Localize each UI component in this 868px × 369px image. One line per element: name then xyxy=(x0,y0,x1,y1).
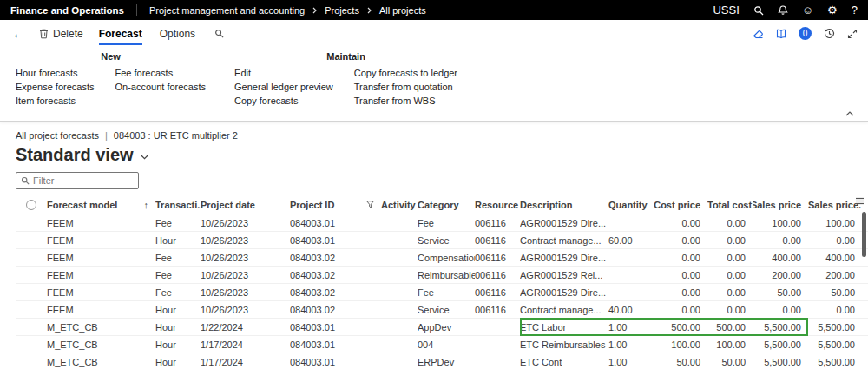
filter-box[interactable] xyxy=(16,172,139,189)
tab-forecast[interactable]: Forecast xyxy=(99,20,142,47)
breadcrumb-item[interactable]: Projects xyxy=(325,5,359,16)
select-all-cell[interactable] xyxy=(16,195,47,214)
column-header-description[interactable]: Description xyxy=(520,200,608,210)
column-header-label: Activity ... xyxy=(381,200,418,210)
cell-category: Reimbursables xyxy=(418,270,475,280)
cell-transaction: Fee xyxy=(155,270,201,280)
ribbon-button-general-ledger-preview[interactable]: General ledger preview xyxy=(234,81,333,93)
ribbon-button-on-account-forecasts[interactable]: On-account forecasts xyxy=(115,81,207,93)
table-row[interactable]: FEEMFee10/26/2023084003.01Fee006116AGR00… xyxy=(16,214,868,232)
column-header-forecast-model[interactable]: Forecast model↑ xyxy=(47,200,155,210)
ribbon-panel: NewHour forecastsExpense forecastsItem f… xyxy=(0,47,868,122)
filter-input[interactable] xyxy=(33,175,134,186)
row-select-cell[interactable] xyxy=(16,301,47,318)
column-header-quantity[interactable]: Quantity xyxy=(608,200,654,210)
ribbon-button-expense-forecasts[interactable]: Expense forecasts xyxy=(16,81,95,93)
cell-sales-price-2: 0.00 xyxy=(808,235,862,246)
cell-sales-price: 0.00 xyxy=(753,235,808,246)
company-picker[interactable]: USSI xyxy=(713,4,739,16)
ribbon-button-hour-forecasts[interactable]: Hour forecasts xyxy=(16,67,95,79)
column-header-sales-price-2[interactable]: Sales price. xyxy=(808,200,862,210)
ribbon-button-copy-forecasts[interactable]: Copy forecasts xyxy=(234,95,333,107)
history-clock-icon[interactable] xyxy=(824,28,835,39)
cell-quantity: 1.00 xyxy=(608,322,654,333)
filter-funnel-icon[interactable] xyxy=(366,201,374,208)
row-select-cell[interactable] xyxy=(16,214,47,231)
view-title-label[interactable]: Standard view xyxy=(16,145,134,165)
ribbon-button-item-forecasts[interactable]: Item forecasts xyxy=(16,95,95,107)
column-header-category[interactable]: Category xyxy=(418,200,475,210)
column-header-resource[interactable]: Resource xyxy=(475,200,520,210)
column-header-activity[interactable]: Activity ... xyxy=(381,200,418,210)
search-icon[interactable] xyxy=(214,29,224,38)
record-header-separator: | xyxy=(105,130,108,141)
book-icon[interactable] xyxy=(776,29,786,39)
chevron-down-icon[interactable] xyxy=(140,154,149,160)
cell-project-date: 1/17/2024 xyxy=(201,339,290,350)
cell-quantity: 1.00 xyxy=(608,339,654,350)
column-header-label: Transacti... xyxy=(155,200,201,210)
ribbon-button-copy-forecasts-to-ledger[interactable]: Copy forecasts to ledger xyxy=(354,67,457,79)
cell-transaction: Hour xyxy=(155,339,201,350)
cell-project-id: 084003.02 xyxy=(290,305,381,315)
column-header-label: Project date xyxy=(201,200,255,210)
column-header-label: Category xyxy=(418,200,459,210)
column-header-cost-price[interactable]: Cost price xyxy=(654,200,707,210)
collapse-ribbon-icon[interactable] xyxy=(845,111,854,116)
ribbon-group-divider xyxy=(220,53,220,110)
table-row[interactable]: M_ETC_CBHour1/22/2024084003.01AppDevETC … xyxy=(16,319,868,336)
tab-options[interactable]: Options xyxy=(160,20,195,47)
column-header-sales-price[interactable]: Sales price xyxy=(753,200,808,210)
ribbon-button-fee-forecasts[interactable]: Fee forecasts xyxy=(115,67,207,79)
table-row[interactable]: M_ETC_CBHour1/17/2024084003.01004ETC Rei… xyxy=(16,336,868,353)
table-row[interactable]: FEEMFee10/26/2023084003.02Reimbursables0… xyxy=(16,267,868,284)
cell-sales-price-2: 0.00 xyxy=(808,305,862,315)
back-arrow-icon[interactable]: ← xyxy=(12,27,25,40)
ribbon-group-title: New xyxy=(16,51,206,62)
table-row[interactable]: M_ETC_CBHour1/17/2024084003.01ERPDevETC … xyxy=(16,353,868,369)
bell-icon[interactable] xyxy=(778,4,788,16)
ribbon-button-transfer-from-quotation[interactable]: Transfer from quotation xyxy=(354,81,457,93)
row-select-cell[interactable] xyxy=(16,232,47,248)
gear-icon[interactable]: ⚙ xyxy=(827,4,838,16)
page-content: All project forecasts | 084003 : UR ETC … xyxy=(0,122,868,369)
select-all-radio[interactable] xyxy=(26,200,36,210)
column-header-total-cost[interactable]: Total cost ... xyxy=(707,200,753,210)
column-header-transaction[interactable]: Transacti... xyxy=(155,200,201,210)
cell-project-id: 084003.01 xyxy=(290,218,381,228)
row-select-cell[interactable] xyxy=(16,336,47,353)
cell-sales-price: 400.00 xyxy=(753,253,808,263)
cell-description: AGR0001529 Dire... xyxy=(520,218,608,228)
smiley-icon[interactable]: ☺ xyxy=(802,4,813,16)
ribbon-button-transfer-from-wbs[interactable]: Transfer from WBS xyxy=(354,95,457,107)
column-header-project-id[interactable]: Project ID xyxy=(290,200,381,210)
row-select-cell[interactable] xyxy=(16,284,47,300)
column-header-project-date[interactable]: Project date xyxy=(201,200,290,210)
cell-forecast-model: M_ETC_CB xyxy=(47,357,155,367)
vertical-scrollbar[interactable] xyxy=(862,212,866,257)
row-select-cell[interactable] xyxy=(16,267,47,283)
breadcrumb-item[interactable]: All projects xyxy=(379,5,426,16)
breadcrumb-item[interactable]: Project management and accounting xyxy=(149,5,305,16)
search-icon[interactable] xyxy=(753,5,764,16)
eraser-icon[interactable] xyxy=(753,29,764,39)
ribbon-button-edit[interactable]: Edit xyxy=(234,67,333,79)
column-options-icon[interactable] xyxy=(855,197,865,205)
table-row[interactable]: FEEMFee10/26/2023084003.02Compensation00… xyxy=(16,249,868,267)
table-row[interactable]: FEEMHour10/26/2023084003.02Service006116… xyxy=(16,301,868,319)
cell-total-cost: 50.00 xyxy=(707,357,753,367)
row-select-cell[interactable] xyxy=(16,353,47,369)
row-select-cell[interactable] xyxy=(16,249,47,266)
cell-resource: 006116 xyxy=(475,305,520,315)
list-title[interactable]: All project forecasts xyxy=(16,130,99,141)
trash-icon xyxy=(39,29,49,39)
app-title[interactable]: Finance and Operations xyxy=(10,5,124,16)
row-select-cell[interactable] xyxy=(16,319,47,335)
table-row[interactable]: FEEMFee10/26/2023084003.02Fee006116AGR00… xyxy=(16,284,868,301)
table-row[interactable]: FEEMHour10/26/2023084003.01Service006116… xyxy=(16,232,868,249)
help-icon[interactable]: ? xyxy=(852,4,858,16)
expand-icon[interactable] xyxy=(847,29,858,39)
cell-category: Compensation xyxy=(418,253,475,263)
delete-button[interactable]: Delete xyxy=(39,28,83,40)
notification-badge[interactable]: 0 xyxy=(799,27,812,40)
